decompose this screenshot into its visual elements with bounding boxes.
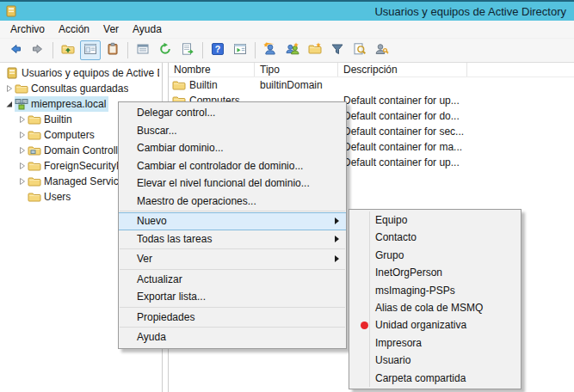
- context-menu-item-cambiar-dominio[interactable]: Cambiar dominio...: [119, 139, 346, 157]
- column-header-tipo[interactable]: Tipo: [255, 63, 338, 77]
- domain-icon: [15, 97, 28, 111]
- toolbar-permissions-button[interactable]: [372, 40, 392, 60]
- folder-icon: [28, 159, 41, 173]
- submenu-arrow-icon: [335, 217, 339, 224]
- submenu-item-carpeta-compartida[interactable]: Carpeta compartida: [349, 370, 521, 387]
- tree-item-label: Builtin: [44, 113, 72, 126]
- menu-separator: [120, 269, 345, 270]
- context-menu-item-buscar[interactable]: Buscar...: [119, 122, 346, 140]
- menubar: ArchivoAcciónVerAyuda: [0, 21, 574, 39]
- menubar-ayuda[interactable]: Ayuda: [126, 21, 169, 37]
- toolbar-console-tree-button[interactable]: [230, 40, 250, 60]
- toolbar-new-ou-button[interactable]: [305, 40, 325, 60]
- menubar-ver[interactable]: Ver: [96, 21, 126, 37]
- context-menu-item-cambiar-el-controlador-de-dominio[interactable]: Cambiar el controlador de dominio...: [119, 157, 346, 175]
- menu-item-label: Impresora: [375, 337, 422, 349]
- menu-item-label: Elevar el nivel funcional del dominio...: [137, 177, 310, 189]
- context-menu-item-nuevo[interactable]: Nuevo: [119, 212, 346, 230]
- toolbar-new-group-button[interactable]: [282, 40, 303, 60]
- app-icon: [4, 4, 18, 18]
- menu-separator: [120, 327, 345, 328]
- submenu-item-inetorgperson[interactable]: InetOrgPerson: [349, 264, 521, 281]
- submenu-item-msimaging-psps[interactable]: msImaging-PSPs: [349, 282, 521, 299]
- submenu-item-alias-de-cola-de-msmq[interactable]: Alias de cola de MSMQ: [349, 299, 521, 316]
- list-cell-description: Default container for ma...: [338, 141, 467, 153]
- context-menu-item-elevar-el-nivel-funcional-del-dominio[interactable]: Elevar el nivel funcional del dominio...: [119, 175, 346, 193]
- menu-item-label: Exportar lista...: [137, 291, 206, 303]
- menu-item-label: Buscar...: [137, 125, 177, 137]
- help-icon: ?: [211, 42, 225, 58]
- tree-item-content: miempresa.local: [15, 96, 108, 112]
- list-item-label: Builtin: [189, 79, 218, 91]
- toolbar: ?: [0, 39, 574, 63]
- list-header: NombreTipoDescripción: [169, 63, 574, 77]
- toolbar-find-button[interactable]: [349, 40, 370, 60]
- menu-item-label: Delegar control...: [137, 107, 215, 119]
- menu-item-label: InetOrgPerson: [375, 266, 442, 279]
- folder-icon: [28, 113, 41, 126]
- toolbar-separator: [127, 42, 128, 58]
- toolbar-clipboard-button[interactable]: [102, 40, 123, 60]
- submenu-item-contacto[interactable]: Contacto: [349, 229, 521, 246]
- folder-icon: [28, 190, 41, 204]
- menubar-archivo[interactable]: Archivo: [3, 21, 52, 37]
- console-window-icon: [83, 42, 97, 58]
- list-cell-description: Default container for sec...: [338, 126, 467, 138]
- context-menu-item-ver[interactable]: Ver: [119, 250, 346, 268]
- toolbar-back-button[interactable]: [5, 40, 26, 60]
- tree-item-label: Consultas guardadas: [31, 83, 128, 95]
- toolbar-refresh-button[interactable]: [155, 40, 176, 60]
- toolbar-console-window-button[interactable]: [80, 40, 101, 60]
- expander-collapsed-icon[interactable]: [3, 84, 15, 93]
- toolbar-help-button[interactable]: ?: [207, 40, 228, 60]
- toolbar-properties-window-button[interactable]: [133, 40, 153, 60]
- toolbar-up-one-level-button[interactable]: [58, 40, 78, 60]
- list-row-builtin[interactable]: BuiltinbuiltinDomain: [169, 77, 574, 93]
- folder-icon: [172, 78, 186, 92]
- expander-collapsed-icon[interactable]: [16, 162, 28, 170]
- toolbar-separator: [202, 42, 203, 58]
- expander-collapsed-icon[interactable]: [16, 131, 28, 139]
- context-menu-item-todas-las-tareas[interactable]: Todas las tareas: [119, 230, 346, 248]
- submenu-arrow-icon: [335, 236, 339, 242]
- folder-ou-icon: [28, 144, 41, 157]
- tree-item-usuarios-y-equipos-de-active-directory[interactable]: Usuarios y equipos de Active Directory: [0, 65, 162, 81]
- book-icon: [5, 66, 19, 80]
- console-tree-icon: [233, 42, 247, 58]
- context-menu-item-maestro-de-operaciones[interactable]: Maestro de operaciones...: [119, 193, 346, 211]
- context-menu-item-ayuda[interactable]: Ayuda: [119, 328, 346, 346]
- tree-item-consultas-guardadas[interactable]: Consultas guardadas: [0, 81, 162, 96]
- submenu-arrow-icon: [335, 255, 339, 262]
- context-menu-item-delegar-control[interactable]: Delegar control...: [119, 104, 346, 122]
- menu-item-label: Grupo: [375, 249, 404, 261]
- list-cell-description: Default container for up...: [338, 156, 467, 168]
- menu-item-label: Ver: [137, 253, 152, 265]
- toolbar-new-user-button[interactable]: [260, 40, 281, 60]
- submenu-item-impresora[interactable]: Impresora: [349, 334, 521, 352]
- tree-item-label: Computers: [44, 129, 95, 141]
- context-menu-item-actualizar[interactable]: Actualizar: [119, 271, 346, 289]
- submenu-item-equipo[interactable]: Equipo: [349, 211, 521, 229]
- toolbar-filter-button[interactable]: [327, 40, 348, 60]
- toolbar-export-list-button[interactable]: [177, 40, 198, 60]
- expander-collapsed-icon[interactable]: [16, 177, 28, 186]
- menu-item-label: Contacto: [375, 231, 417, 243]
- tree-item-content: Users: [28, 189, 73, 205]
- expander-collapsed-icon[interactable]: [16, 115, 28, 124]
- submenu-item-grupo[interactable]: Grupo: [349, 247, 521, 264]
- filter-icon: [330, 42, 344, 58]
- column-header-nombre[interactable]: Nombre: [169, 63, 255, 77]
- context-menu-item-exportar-lista[interactable]: Exportar lista...: [119, 288, 346, 306]
- menubar-accion[interactable]: Acción: [52, 21, 96, 37]
- titlebar[interactable]: Usuarios y equipos de Active Directory: [0, 0, 574, 21]
- context-menu-item-propiedades[interactable]: Propiedades: [119, 309, 346, 327]
- submenu-item-unidad-organizativa[interactable]: Unidad organizativa: [349, 316, 521, 334]
- toolbar-separator: [52, 42, 53, 58]
- toolbar-forward-button[interactable]: [28, 40, 48, 60]
- expander-expanded-icon[interactable]: [3, 100, 15, 108]
- window-title: Usuarios y equipos de Active Directory: [374, 5, 566, 18]
- expander-collapsed-icon[interactable]: [16, 146, 28, 155]
- submenu-item-usuario[interactable]: Usuario: [349, 352, 521, 369]
- column-header-descripcion[interactable]: Descripción: [338, 63, 467, 77]
- menu-item-label: msImaging-PSPs: [375, 285, 455, 297]
